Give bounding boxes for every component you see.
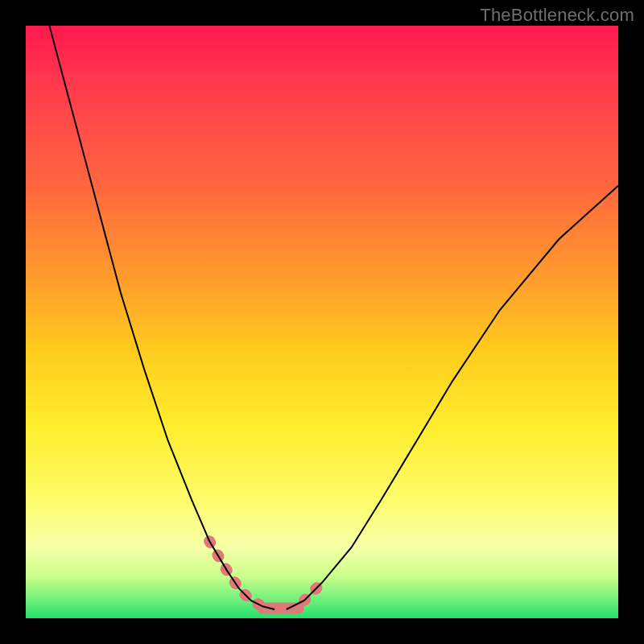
curve-layer bbox=[26, 26, 618, 618]
confidence-band-left bbox=[209, 541, 262, 606]
right-curve bbox=[287, 186, 618, 609]
plot-area bbox=[26, 26, 618, 618]
chart-frame: TheBottleneck.com bbox=[0, 0, 644, 644]
watermark-text: TheBottleneck.com bbox=[480, 5, 634, 26]
left-curve bbox=[49, 26, 275, 609]
